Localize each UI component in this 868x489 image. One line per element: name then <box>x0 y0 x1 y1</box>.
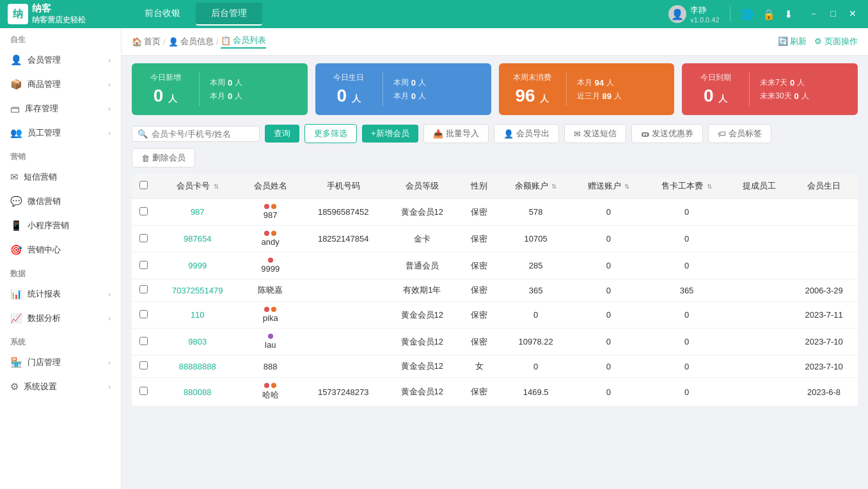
breadcrumb-home[interactable]: 🏠 首页 <box>132 36 161 47</box>
batch-import-button[interactable]: 📥 批量导入 <box>423 124 489 143</box>
row-checkbox-0[interactable] <box>139 207 148 215</box>
tab-frontend[interactable]: 前台收银 <box>129 3 196 26</box>
member-phone <box>301 302 385 329</box>
sort-gift-icon[interactable]: ⇅ <box>624 183 629 190</box>
refresh-button[interactable]: 🔄 刷新 <box>778 36 807 47</box>
send-sms-button[interactable]: ✉ 发送短信 <box>564 124 626 143</box>
window-controls: － □ ✕ <box>805 7 860 21</box>
more-filter-button[interactable]: 更多筛选 <box>304 124 357 143</box>
main-content: 🏠 首页 / 👤 会员信息 / 📋 会员列表 🔄 刷新 ⚙ 页面操作 <box>122 28 868 489</box>
globe-icon[interactable]: 🌐 <box>741 8 754 20</box>
row-checkbox-2[interactable] <box>139 261 148 269</box>
stat-new-label: 今日新增 <box>150 72 181 83</box>
sidebar-item-stats[interactable]: 📊 统计报表 › <box>0 282 121 306</box>
maximize-button[interactable]: □ <box>827 7 840 21</box>
member-sell-cost: 0 <box>645 329 728 355</box>
page-ops-button[interactable]: ⚙ 页面操作 <box>814 36 858 47</box>
stat-expire-unit: 人 <box>718 93 727 104</box>
top-nav: 前台收银 后台管理 <box>129 3 262 26</box>
download-icon[interactable]: ⬇ <box>784 8 793 20</box>
member-balance: 285 <box>500 252 572 279</box>
sidebar-item-product-mgmt[interactable]: 📦 商品管理 › <box>0 72 121 97</box>
topbar-icons: 🌐 🔒 ⬇ <box>741 8 793 20</box>
table-body: 98798718596587452黄金会员12保密57800987654andy… <box>132 199 858 407</box>
sidebar-item-staff-mgmt[interactable]: 👥 员工管理 › <box>0 121 121 145</box>
member-gift: 0 <box>572 199 645 226</box>
search-input[interactable] <box>152 129 248 139</box>
member-gift: 0 <box>572 378 645 407</box>
sort-card-icon[interactable]: ⇅ <box>214 183 219 190</box>
member-table: 会员卡号 ⇅ 会员姓名 手机号码 会员等级 性别 余额账户 ⇅ 赠送账户 <box>132 174 858 407</box>
member-card-no[interactable]: 110 <box>191 310 205 320</box>
member-card-no[interactable]: 9999 <box>188 261 207 270</box>
member-info-icon: 👤 <box>168 37 178 47</box>
sidebar-item-system-settings[interactable]: ⚙ 系统设置 › <box>0 375 121 399</box>
member-balance: 578 <box>500 199 572 226</box>
member-sell-cost: 0 <box>645 252 728 279</box>
member-card-no[interactable]: 987 <box>191 207 205 217</box>
row-checkbox-7[interactable] <box>139 387 148 395</box>
sidebar-item-store-mgmt[interactable]: 🏪 门店管理 › <box>0 350 121 375</box>
delete-member-button[interactable]: 🗑 删除会员 <box>132 148 195 167</box>
sidebar-label-product-mgmt: 商品管理 <box>28 79 61 90</box>
sidebar-item-wechat[interactable]: 💬 微信营销 <box>0 189 121 213</box>
member-tag-button[interactable]: 🏷 会员标签 <box>708 124 771 143</box>
sidebar-section-marketing: 营销 <box>0 145 121 165</box>
stat-bday-label: 今日生日 <box>333 72 364 83</box>
member-card-no[interactable]: 88888888 <box>179 362 216 371</box>
member-gender: 保密 <box>459 199 499 226</box>
chevron-right-icon4: › <box>108 129 111 137</box>
sort-sellcost-icon[interactable]: ⇅ <box>707 183 712 190</box>
row-checkbox-4[interactable] <box>139 310 148 318</box>
sidebar-item-member-mgmt[interactable]: 👤 会员管理 › <box>0 48 121 72</box>
sort-balance-icon[interactable]: ⇅ <box>551 183 556 190</box>
member-birthday <box>790 252 858 279</box>
sidebar-item-data-analysis[interactable]: 📈 数据分析 › <box>0 306 121 330</box>
row-checkbox-5[interactable] <box>139 337 148 345</box>
member-card-no[interactable]: 987654 <box>184 234 211 244</box>
close-button[interactable]: ✕ <box>845 7 860 21</box>
sidebar: 自生 👤 会员管理 › 📦 商品管理 › 🗃 库存管理 › 👥 员工管理 › 营… <box>0 28 122 489</box>
member-name-cell: pika <box>247 307 294 323</box>
lock-icon[interactable]: 🔒 <box>762 8 775 20</box>
member-dot <box>264 307 269 312</box>
add-member-button[interactable]: +新增会员 <box>362 125 418 143</box>
stat-consume-3m-val: 89 <box>603 91 612 101</box>
member-birthday: 2023-7-10 <box>790 355 858 378</box>
member-referrer <box>729 302 791 329</box>
member-export-button[interactable]: 👤 会员导出 <box>494 124 559 143</box>
sidebar-item-marketing-center[interactable]: 🎯 营销中心 <box>0 238 121 262</box>
breadcrumb: 🏠 首页 / 👤 会员信息 / 📋 会员列表 🔄 刷新 ⚙ 页面操作 <box>122 28 868 56</box>
member-gender: 女 <box>459 355 499 378</box>
row-checkbox-3[interactable] <box>139 285 148 293</box>
member-name: 陈晓嘉 <box>258 284 283 296</box>
member-name: 987 <box>264 210 278 220</box>
breadcrumb-member-info[interactable]: 👤 会员信息 <box>168 36 214 47</box>
sidebar-label-miniapp: 小程序营销 <box>28 220 69 231</box>
coupon-icon: 🎟 <box>641 129 649 139</box>
row-checkbox-1[interactable] <box>139 234 148 242</box>
member-name-cell: 哈哈 <box>247 383 294 401</box>
search-box: 🔍 <box>132 126 260 142</box>
member-card-no[interactable]: 9803 <box>188 337 207 346</box>
col-gender: 性别 <box>459 174 499 199</box>
export-icon: 👤 <box>503 129 514 139</box>
minimize-button[interactable]: － <box>805 7 822 21</box>
row-checkbox-6[interactable] <box>139 361 148 369</box>
member-gender: 保密 <box>459 302 499 329</box>
member-card-no[interactable]: 880088 <box>184 387 211 397</box>
breadcrumb-member-list[interactable]: 📋 会员列表 <box>221 35 266 49</box>
member-balance: 10705 <box>500 226 572 252</box>
select-all-checkbox[interactable] <box>139 181 148 189</box>
send-coupon-button[interactable]: 🎟 发送优惠券 <box>631 124 703 143</box>
tab-backend[interactable]: 后台管理 <box>196 3 262 26</box>
member-card-no[interactable]: 70372551479 <box>172 286 223 295</box>
stat-new-today: 今日新增 0 人 本周 0 人 本月 0 人 <box>132 63 308 115</box>
sidebar-item-sms[interactable]: ✉ 短信营销 <box>0 165 121 189</box>
sidebar-item-miniapp[interactable]: 📱 小程序营销 <box>0 213 121 238</box>
analysis-icon: 📈 <box>10 313 22 324</box>
sidebar-item-inventory-mgmt[interactable]: 🗃 库存管理 › <box>0 97 121 121</box>
table-row: 99999999普通会员保密28500 <box>132 252 858 279</box>
sidebar-label-system: 系统设置 <box>24 381 57 392</box>
query-button[interactable]: 查询 <box>265 125 299 143</box>
